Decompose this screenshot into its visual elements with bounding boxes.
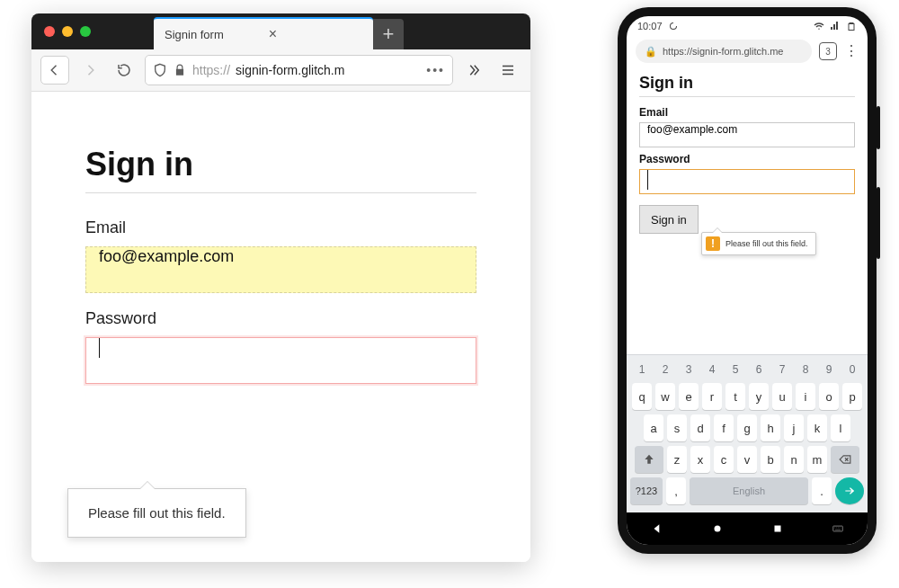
new-tab-button[interactable]: + <box>373 19 404 49</box>
kebab-menu-button[interactable]: ⋮ <box>844 44 859 58</box>
site-info-icon[interactable]: ••• <box>426 63 445 77</box>
warning-icon: ! <box>706 236 720 251</box>
arrow-right-icon <box>82 62 98 78</box>
key-v[interactable]: v <box>737 446 757 473</box>
back-button[interactable] <box>40 56 69 85</box>
key-9[interactable]: 9 <box>819 361 839 379</box>
password-field[interactable] <box>85 337 476 384</box>
symbols-key[interactable]: ?123 <box>630 477 663 504</box>
nav-back-button[interactable] <box>650 521 664 536</box>
svg-rect-2 <box>832 526 842 531</box>
key-6[interactable]: 6 <box>749 361 769 379</box>
svg-rect-1 <box>774 526 780 532</box>
url-protocol: https:// <box>192 63 230 77</box>
key-y[interactable]: y <box>749 383 769 410</box>
phone-side-button <box>877 187 880 259</box>
hamburger-menu-button[interactable] <box>494 57 521 84</box>
phone-frame: 10:07 🔒 https://signin-form.glitch.me 3 … <box>618 7 877 554</box>
key-8[interactable]: 8 <box>796 361 815 379</box>
email-field[interactable]: foo@example.com <box>639 122 855 147</box>
arrow-right-icon <box>843 485 856 497</box>
key-b[interactable]: b <box>761 446 780 473</box>
period-key[interactable]: . <box>812 477 832 504</box>
key-f[interactable]: f <box>714 414 734 441</box>
key-c[interactable]: c <box>714 446 734 473</box>
page-title: Sign in <box>639 74 855 93</box>
nav-home-button[interactable] <box>710 521 725 536</box>
shift-key[interactable] <box>635 446 663 473</box>
minimize-window-button[interactable] <box>62 26 73 37</box>
tab-bar: Signin form × + <box>154 13 530 49</box>
forward-button[interactable] <box>76 57 103 84</box>
key-q[interactable]: q <box>632 383 652 410</box>
desktop-browser-window: Signin form × + https://signin-form.glit… <box>31 13 530 562</box>
key-u[interactable]: u <box>772 383 792 410</box>
heading-divider <box>639 96 855 97</box>
key-s[interactable]: s <box>667 414 687 441</box>
circle-icon <box>711 522 724 535</box>
nav-recents-button[interactable] <box>770 521 785 536</box>
email-field[interactable]: foo@example.com <box>85 246 476 293</box>
key-d[interactable]: d <box>690 414 710 441</box>
reload-icon <box>116 62 132 78</box>
key-j[interactable]: j <box>784 414 804 441</box>
key-1[interactable]: 1 <box>632 361 652 379</box>
key-0[interactable]: 0 <box>842 361 862 379</box>
key-n[interactable]: n <box>784 446 804 473</box>
close-window-button[interactable] <box>44 26 55 37</box>
backspace-key[interactable] <box>831 446 859 473</box>
address-bar[interactable]: https://signin-form.glitch.m ••• <box>145 55 453 85</box>
key-i[interactable]: i <box>796 383 815 410</box>
browser-tab[interactable]: Signin form × <box>154 17 373 49</box>
shield-icon <box>153 63 167 77</box>
comma-key[interactable]: , <box>666 477 686 504</box>
page-title: Sign in <box>85 146 476 183</box>
window-titlebar: Signin form × + <box>31 13 530 49</box>
reload-button[interactable] <box>111 57 138 84</box>
key-7[interactable]: 7 <box>772 361 792 379</box>
key-z[interactable]: z <box>667 446 687 473</box>
key-2[interactable]: 2 <box>655 361 675 379</box>
page-content: Sign in Email foo@example.com Password P… <box>31 92 530 562</box>
space-key[interactable]: English <box>690 477 808 504</box>
tab-switcher-button[interactable]: 3 <box>819 42 837 60</box>
key-p[interactable]: p <box>842 383 862 410</box>
key-m[interactable]: m <box>807 446 827 473</box>
phone-screen: 10:07 🔒 https://signin-form.glitch.me 3 … <box>627 16 868 545</box>
mobile-browser-toolbar: 🔒 https://signin-form.glitch.me 3 ⋮ <box>627 36 868 67</box>
hamburger-icon <box>500 62 516 78</box>
triangle-left-icon <box>651 522 663 535</box>
key-t[interactable]: t <box>725 383 745 410</box>
key-h[interactable]: h <box>761 414 780 441</box>
validation-tooltip-text: Please fill out this field. <box>88 505 226 521</box>
key-5[interactable]: 5 <box>725 361 745 379</box>
key-r[interactable]: r <box>702 383 722 410</box>
lock-icon: 🔒 <box>645 46 657 58</box>
key-k[interactable]: k <box>807 414 827 441</box>
tab-title: Signin form <box>165 28 224 41</box>
key-g[interactable]: g <box>737 414 757 441</box>
mobile-address-bar[interactable]: 🔒 https://signin-form.glitch.me <box>636 40 812 63</box>
key-o[interactable]: o <box>819 383 839 410</box>
status-time: 10:07 <box>637 21 663 31</box>
text-caret <box>647 170 648 190</box>
close-tab-icon[interactable]: × <box>269 27 277 41</box>
backspace-icon <box>839 453 851 466</box>
password-label: Password <box>85 309 476 328</box>
key-e[interactable]: e <box>679 383 699 410</box>
key-w[interactable]: w <box>655 383 675 410</box>
key-4[interactable]: 4 <box>702 361 722 379</box>
overflow-button[interactable] <box>460 57 487 84</box>
status-bar: 10:07 <box>627 16 868 36</box>
heading-divider <box>85 192 476 193</box>
fullscreen-window-button[interactable] <box>80 26 91 37</box>
key-x[interactable]: x <box>690 446 710 473</box>
enter-key[interactable] <box>835 477 864 504</box>
signin-button[interactable]: Sign in <box>639 205 699 234</box>
password-field[interactable] <box>639 169 855 194</box>
key-a[interactable]: a <box>644 414 663 441</box>
nav-keyboard-button[interactable] <box>831 521 845 536</box>
key-l[interactable]: l <box>831 414 850 441</box>
key-3[interactable]: 3 <box>679 361 699 379</box>
mobile-page-content: Sign in Email foo@example.com Password S… <box>627 67 868 354</box>
